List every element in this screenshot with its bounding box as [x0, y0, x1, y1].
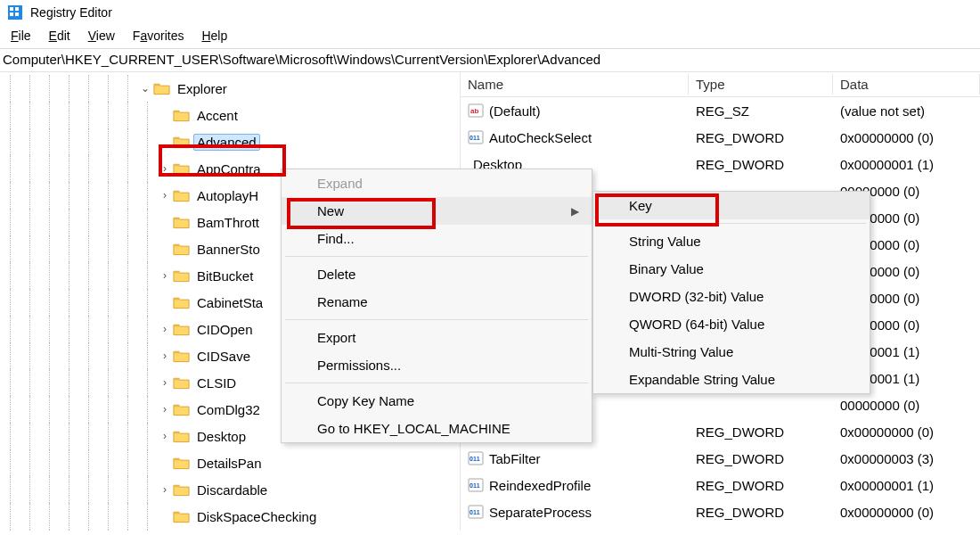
column-header-type[interactable]: Type — [689, 74, 833, 95]
chevron-right-icon[interactable]: › — [157, 189, 173, 202]
ctx-export[interactable]: Export — [282, 324, 592, 351]
tree-label: BamThrott — [193, 214, 263, 231]
value-name: AutoCheckSelect — [489, 130, 592, 145]
value-type: REG_DWORD — [689, 424, 833, 440]
ctx-find[interactable]: Find... — [282, 225, 592, 252]
tree-item[interactable]: ·DiskSpaceChecking — [0, 503, 460, 530]
chevron-right-icon: · — [157, 296, 173, 309]
tree-label: AutoplayH — [193, 187, 262, 204]
svg-text:011: 011 — [470, 509, 480, 515]
chevron-down-icon[interactable]: ⌄ — [137, 82, 153, 95]
folder-icon — [153, 81, 170, 95]
column-header-name[interactable]: Name — [461, 74, 689, 95]
menu-edit[interactable]: Edit — [49, 29, 70, 43]
title-bar: Registry Editor — [0, 0, 980, 27]
chevron-right-icon: · — [157, 216, 173, 228]
tree-label: ComDlg32 — [193, 401, 264, 418]
tree-label: BannerSto — [193, 241, 264, 258]
value-data: 0x00000000 (0) — [833, 130, 980, 145]
separator — [285, 256, 588, 257]
chevron-right-icon[interactable]: › — [157, 162, 173, 175]
tree-label: Accent — [193, 107, 241, 124]
window-title: Registry Editor — [30, 5, 112, 20]
folder-icon — [173, 295, 190, 309]
tree-item[interactable]: ·Accent — [0, 102, 460, 128]
value-row[interactable]: 011AutoCheckSelectREG_DWORD0x00000000 (0… — [461, 124, 980, 151]
value-row[interactable]: 011TabFilterREG_DWORD0x00000003 (3) — [461, 445, 980, 472]
value-data: 00000000 (0) — [833, 398, 980, 413]
chevron-right-icon: · — [157, 243, 173, 255]
chevron-right-icon[interactable]: › — [157, 269, 173, 282]
svg-rect-2 — [15, 7, 19, 11]
folder-icon — [173, 108, 190, 122]
value-type: REG_DWORD — [689, 451, 833, 466]
tree-label: CIDOpen — [193, 321, 257, 338]
tree-item[interactable]: ·DetailsPan — [0, 449, 460, 476]
value-type: REG_DWORD — [689, 505, 833, 520]
chevron-right-icon: · — [157, 136, 173, 148]
value-data: 0x00000001 (1) — [833, 478, 980, 493]
menu-favorites[interactable]: Favorites — [133, 29, 184, 43]
folder-icon — [173, 482, 190, 497]
tree-label: Desktop — [193, 428, 249, 445]
ctx-new-label: New — [317, 203, 344, 218]
chevron-right-icon[interactable]: › — [157, 403, 173, 416]
value-data: 0x00000000 (0) — [833, 424, 980, 440]
folder-icon — [173, 268, 190, 283]
tree-label: CIDSave — [193, 348, 254, 365]
submenu-qword[interactable]: QWORD (64-bit) Value — [593, 310, 870, 338]
tree-item[interactable]: ·Advanced — [0, 128, 460, 155]
tree-label: Explorer — [174, 80, 231, 97]
menu-help[interactable]: Help — [201, 29, 227, 43]
value-data: 0x00000001 (1) — [833, 157, 980, 172]
dword-value-icon: 011 — [468, 477, 484, 493]
value-type: REG_DWORD — [689, 157, 833, 172]
new-submenu: Key String Value Binary Value DWORD (32-… — [592, 191, 870, 394]
tree-label: AppContra — [193, 160, 265, 177]
ctx-new[interactable]: New ▶ — [282, 197, 592, 225]
tree-item[interactable]: ›Discardable — [0, 476, 460, 503]
chevron-right-icon[interactable]: › — [157, 430, 173, 442]
submenu-multi-string[interactable]: Multi-String Value — [593, 338, 870, 366]
submenu-binary[interactable]: Binary Value — [593, 255, 870, 283]
ctx-copy-key-name[interactable]: Copy Key Name — [282, 387, 592, 415]
tree-label: DetailsPan — [193, 455, 265, 472]
value-type: REG_SZ — [689, 103, 833, 119]
value-data: (value not set) — [833, 103, 980, 119]
dword-value-icon: 011 — [468, 450, 484, 466]
menu-view[interactable]: View — [88, 29, 115, 43]
submenu-string[interactable]: String Value — [593, 227, 870, 255]
value-row[interactable]: ab(Default)REG_SZ(value not set) — [461, 97, 980, 124]
chevron-right-icon[interactable]: › — [157, 376, 173, 389]
submenu-dword[interactable]: DWORD (32-bit) Value — [593, 283, 870, 310]
value-row[interactable]: 011SeparateProcessREG_DWORD0x00000000 (0… — [461, 498, 980, 525]
folder-icon — [173, 188, 190, 202]
ctx-delete[interactable]: Delete — [282, 260, 592, 288]
menu-bar: File Edit View Favorites Help — [0, 27, 980, 48]
folder-icon — [173, 349, 190, 363]
chevron-right-icon: ▶ — [571, 205, 579, 218]
address-bar[interactable]: Computer\HKEY_CURRENT_USER\Software\Micr… — [0, 48, 980, 72]
tree-label: Advanced — [193, 134, 260, 151]
ctx-goto[interactable]: Go to HKEY_LOCAL_MACHINE — [282, 415, 592, 442]
value-type: REG_DWORD — [689, 130, 833, 145]
ctx-permissions[interactable]: Permissions... — [282, 351, 592, 379]
tree-item[interactable]: ·ExtractionWizard — [0, 530, 460, 531]
chevron-right-icon[interactable]: › — [157, 350, 173, 362]
menu-file[interactable]: File — [11, 29, 31, 43]
ctx-rename[interactable]: Rename — [282, 288, 592, 316]
submenu-expandable-string[interactable]: Expandable String Value — [593, 366, 870, 393]
tree-item-explorer[interactable]: ⌄Explorer — [0, 75, 460, 102]
submenu-key[interactable]: Key — [593, 192, 870, 219]
chevron-right-icon[interactable]: › — [157, 323, 173, 335]
folder-icon — [173, 161, 190, 176]
chevron-right-icon: · — [157, 510, 173, 523]
chevron-right-icon[interactable]: › — [157, 483, 173, 496]
column-header-data[interactable]: Data — [833, 74, 980, 95]
value-type: REG_DWORD — [689, 478, 833, 493]
folder-icon — [173, 215, 190, 229]
value-row[interactable]: 011ReindexedProfileREG_DWORD0x00000001 (… — [461, 472, 980, 498]
folder-icon — [173, 375, 190, 390]
chevron-right-icon: · — [157, 109, 173, 121]
folder-icon — [173, 135, 190, 149]
